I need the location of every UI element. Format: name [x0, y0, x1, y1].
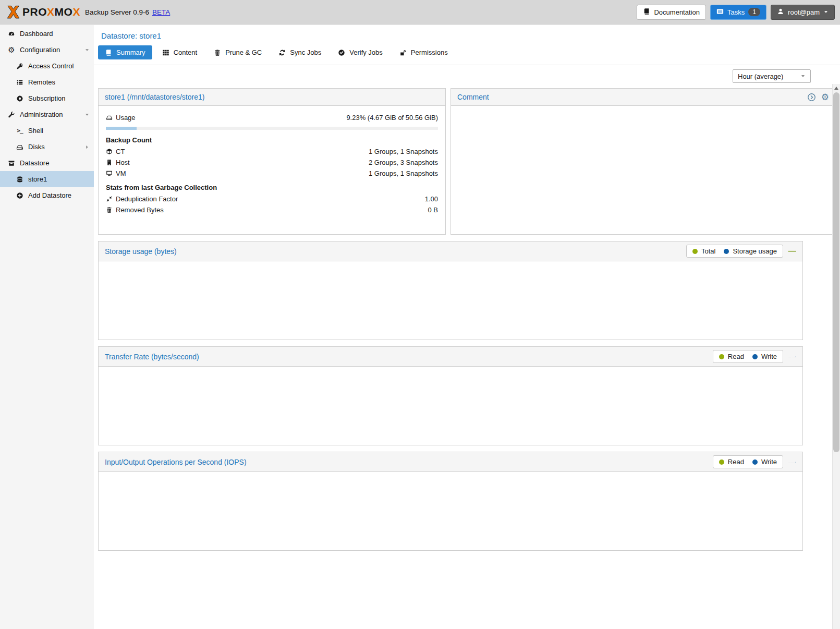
page-title: Datastore: store1	[94, 25, 840, 45]
wrench-icon	[7, 111, 16, 118]
datastore-icon	[7, 160, 16, 167]
storage-usage-chart	[99, 261, 802, 340]
documentation-button[interactable]: Documentation	[637, 5, 705, 20]
vertical-scrollbar[interactable]	[832, 84, 840, 629]
svg-text:11:41:00: 11:41:00	[793, 357, 793, 357]
beta-link[interactable]: BETA	[152, 8, 170, 16]
chart-panel-header: Transfer Rate (bytes/second)ReadWrite050…	[99, 347, 802, 367]
svg-text:10: 10	[788, 462, 788, 462]
svg-text:11:29:00: 11:29:00	[792, 462, 792, 463]
sidebar-item-remotes[interactable]: Remotes	[0, 74, 94, 90]
sidebar-item-shell[interactable]: >_Shell	[0, 123, 94, 139]
sidebar-item-label: store1	[28, 175, 47, 183]
tab-content[interactable]: Content	[155, 45, 204, 59]
svg-text:2020-11-06: 2020-11-06	[792, 462, 793, 463]
svg-text:11:33:00: 11:33:00	[792, 462, 792, 463]
legend-dot-icon	[752, 354, 758, 359]
svg-text:500 k: 500 k	[788, 356, 788, 357]
collapse-chart-icon[interactable]: 010 G20 G30 G40 G50 G60 G2020-11-0611:01…	[788, 247, 796, 256]
sidebar-item-label: Disks	[28, 143, 45, 151]
stat-value: 1 Groups, 1 Snapshots	[369, 148, 438, 155]
expand-comment-icon[interactable]	[807, 93, 816, 102]
charts-column: Storage usage (bytes)TotalStorage usage0…	[98, 241, 836, 551]
svg-text:60 G: 60 G	[788, 250, 788, 250]
tab-label: Verify Jobs	[349, 49, 383, 56]
tab-summary[interactable]: Summary	[98, 45, 152, 59]
stat-row-vm: VM1 Groups, 1 Snapshots	[106, 168, 438, 179]
usage-progress-fill	[106, 127, 137, 130]
svg-text:2020-11-06: 2020-11-06	[794, 357, 795, 357]
svg-text:11:37:00: 11:37:00	[792, 462, 793, 463]
sidebar-item-disks[interactable]: Disks	[0, 139, 94, 155]
backup-count-heading: Backup Count	[106, 136, 438, 144]
trash-icon	[214, 49, 221, 56]
collapse-chart-icon[interactable]: 0500 k1 M1.5 M2 M2020-11-0611:01:002020-…	[788, 353, 796, 361]
sidebar-item-administration[interactable]: Administration	[0, 106, 94, 123]
legend-item-read: Read	[719, 353, 744, 360]
comment-content[interactable]	[451, 106, 835, 234]
stat-label: Host	[116, 159, 130, 166]
sidebar-item-store1[interactable]: store1	[0, 171, 94, 187]
chevron-down-icon	[84, 47, 90, 53]
legend-label: Write	[761, 353, 777, 360]
stat-value: 0 B	[428, 206, 438, 214]
svg-text:2020-11-06: 2020-11-06	[793, 357, 794, 357]
comment-panel-tools: ⚙	[807, 93, 829, 102]
svg-text:2020-11-06: 2020-11-06	[789, 462, 790, 463]
proxmox-x-icon	[6, 5, 20, 19]
svg-text:11:09:00: 11:09:00	[789, 357, 789, 357]
tab-sync-jobs[interactable]: Sync Jobs	[272, 45, 328, 59]
sidebar-item-label: Subscription	[28, 94, 66, 102]
svg-text:2020-11-06: 2020-11-06	[795, 462, 796, 463]
chart-title: Storage usage (bytes)	[105, 247, 177, 256]
shell-icon: >_	[15, 127, 25, 134]
svg-text:11:01:00: 11:01:00	[788, 357, 788, 357]
svg-text:11:25:00: 11:25:00	[791, 357, 792, 357]
add-icon	[15, 192, 25, 199]
stat-row-host: Host2 Groups, 3 Snapshots	[106, 157, 438, 168]
svg-text:11:45:00: 11:45:00	[793, 462, 794, 463]
user-menu-button[interactable]: root@pam	[771, 5, 835, 20]
svg-text:11:29:00: 11:29:00	[792, 357, 792, 357]
sidebar-item-datastore[interactable]: Datastore	[0, 155, 94, 171]
scroll-up-arrow-icon[interactable]	[833, 84, 840, 92]
stat-value: 1 Groups, 1 Snapshots	[369, 170, 438, 177]
sidebar-item-configuration[interactable]: ⚙Configuration	[0, 42, 94, 58]
user-icon	[777, 8, 784, 17]
legend-label: Total	[701, 247, 715, 255]
tab-label: Summary	[116, 49, 145, 56]
svg-text:11:57:00: 11:57:00	[795, 462, 795, 463]
cube-icon	[106, 148, 116, 155]
svg-text:11:05:00: 11:05:00	[788, 462, 789, 463]
tab-verify-jobs[interactable]: Verify Jobs	[331, 45, 389, 59]
svg-text:2020-11-06: 2020-11-06	[789, 357, 790, 357]
sidebar-item-add-datastore[interactable]: Add Datastore	[0, 187, 94, 203]
database-icon	[15, 176, 25, 183]
stat-label: Removed Bytes	[116, 206, 164, 214]
sidebar-item-access-control[interactable]: Access Control	[0, 58, 94, 74]
comment-panel-title: Comment	[457, 93, 489, 101]
usage-row: Usage 9.23% (4.67 GiB of 50.56 GiB)	[106, 112, 438, 123]
task-list-icon	[716, 8, 724, 17]
time-range-select[interactable]: Hour (average)	[733, 69, 811, 83]
svg-text:2020-11-06: 2020-11-06	[789, 357, 790, 357]
key-icon	[15, 63, 25, 70]
tab-label: Content	[174, 49, 198, 56]
tab-prune-gc[interactable]: Prune & GC	[207, 45, 269, 59]
sidebar-item-subscription[interactable]: Subscription	[0, 90, 94, 106]
sidebar-item-dashboard[interactable]: Dashboard	[0, 26, 94, 42]
svg-text:2020-11-06: 2020-11-06	[791, 462, 792, 463]
transfer-rate-chart-panel: Transfer Rate (bytes/second)ReadWrite050…	[98, 346, 803, 445]
gear-icon[interactable]: ⚙	[821, 93, 829, 102]
scroll-thumb[interactable]	[833, 92, 839, 452]
collapse-chart-icon[interactable]: 01020304050602020-11-0611:01:002020-11-0…	[788, 458, 796, 466]
legend-dot-icon	[752, 459, 758, 465]
header-actions: Documentation Tasks 1 root@pam	[637, 5, 835, 20]
tab-permissions[interactable]: Permissions	[393, 45, 455, 59]
lock-icon	[399, 49, 407, 56]
chart-title: Transfer Rate (bytes/second)	[105, 353, 199, 361]
tasks-button[interactable]: Tasks 1	[710, 5, 766, 20]
svg-text:2020-11-06: 2020-11-06	[790, 462, 791, 463]
legend-label: Write	[761, 458, 777, 466]
svg-text:2020-11-06: 2020-11-06	[791, 357, 792, 357]
